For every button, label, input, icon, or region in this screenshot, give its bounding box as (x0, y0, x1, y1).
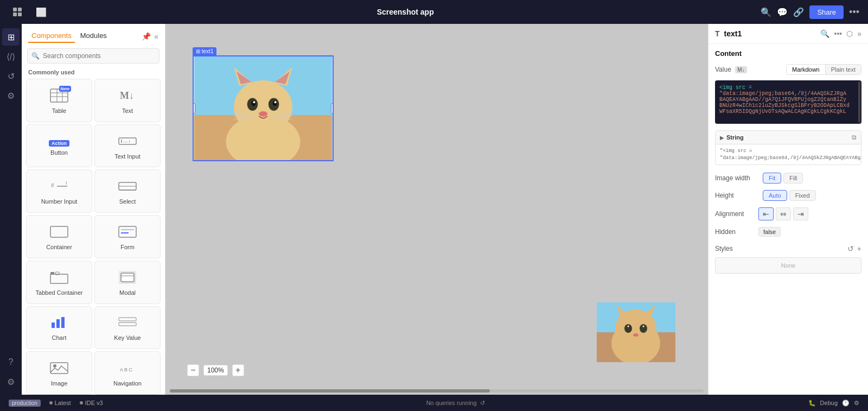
navigation-label: Navigation (113, 380, 142, 387)
zoom-out-button[interactable]: − (187, 364, 199, 376)
component-container[interactable]: Container (26, 215, 92, 258)
grid-menu-icon[interactable] (9, 3, 26, 21)
svg-point-63 (628, 326, 629, 327)
prop-search-icon[interactable]: 🔍 (820, 29, 829, 38)
tab-modules[interactable]: Modules (77, 29, 110, 43)
svg-rect-25 (52, 323, 55, 328)
share-button[interactable]: Share (809, 5, 844, 19)
string-header: ▶ String ⧉ (716, 131, 861, 144)
number-input-icon: # I (49, 179, 69, 196)
settings-small-icon[interactable]: ⚙ (854, 400, 859, 407)
styles-add-icon[interactable]: + (857, 244, 861, 253)
text-component-icon: T (715, 29, 720, 38)
styles-actions: ↺ + (847, 244, 861, 253)
status-text: No queries running (426, 400, 477, 406)
pin-icon[interactable]: 📌 (142, 32, 151, 41)
search-icon[interactable]: 🔍 (761, 7, 771, 17)
value-row: Value M↓ Markdown Plain text (709, 61, 868, 78)
component-navigation[interactable]: A B C Navigation (94, 351, 161, 395)
zoom-in-button[interactable]: + (232, 364, 244, 376)
debug-button[interactable]: 🐛 (808, 400, 816, 407)
canvas-area[interactable]: ⊞ text1 (165, 24, 708, 395)
app-title: Screenshot app (377, 8, 434, 16)
fixed-option[interactable]: Fixed (789, 190, 816, 201)
value-label: Value M↓ (715, 66, 747, 73)
align-left-btn[interactable]: ⇤ (758, 207, 774, 220)
component-number-input[interactable]: # I Number Input (26, 169, 92, 213)
sidebar-code-icon[interactable]: ⟨/⟩ (2, 48, 20, 65)
sidebar-help-icon[interactable]: ? (2, 353, 20, 371)
svg-rect-21 (50, 274, 68, 283)
styles-none: None (715, 257, 861, 274)
tab-markdown[interactable]: Markdown (787, 65, 826, 74)
component-key-value[interactable]: Key Value (94, 306, 161, 350)
alignment-row: Alignment ⇤ ⇔ ⇥ (709, 204, 868, 224)
resize-handle-left[interactable] (193, 103, 195, 114)
tab-plain-text[interactable]: Plain text (826, 65, 861, 74)
sidebar-components-icon[interactable]: ⊞ (2, 28, 20, 46)
prop-close-icon[interactable]: » (857, 29, 861, 38)
svg-point-60 (624, 324, 632, 333)
cat-image-small (597, 302, 675, 362)
align-right-btn[interactable]: ⇥ (793, 207, 808, 220)
svg-rect-15 (50, 226, 68, 237)
number-input-label: Number Input (41, 198, 78, 205)
auto-option[interactable]: Auto (763, 190, 787, 201)
svg-rect-30 (50, 363, 68, 374)
component-modal[interactable]: Modal (94, 261, 161, 304)
code-editor[interactable]: <img src = "data:image/jpeg;base64,/9j/4… (715, 80, 861, 124)
component-chart[interactable]: Chart (26, 306, 92, 350)
prop-expand-icon[interactable]: ⬡ (846, 29, 853, 38)
clock-icon[interactable]: 🕐 (842, 400, 850, 407)
svg-rect-28 (119, 318, 136, 321)
window-icon[interactable]: ⬜ (33, 3, 50, 21)
ide-dot (80, 401, 83, 404)
component-text-input[interactable]: — I Text Input (94, 124, 161, 168)
fit-option[interactable]: Fit (763, 173, 781, 184)
copy-icon[interactable]: ⧉ (852, 134, 857, 141)
align-center-btn[interactable]: ⇔ (776, 207, 791, 220)
component-form[interactable]: Form (94, 215, 161, 258)
search-box: 🔍 (27, 48, 159, 64)
fill-option[interactable]: Fill (783, 173, 803, 184)
tab-components[interactable]: Components (28, 29, 75, 43)
text1-box[interactable] (193, 55, 334, 161)
ide-tag: IDE v3 (80, 400, 103, 406)
string-actions: ⧉ (852, 134, 857, 141)
image-width-row: Image width Fit Fill (709, 169, 868, 187)
component-text[interactable]: M↓ Text (94, 79, 161, 122)
select-icon (118, 179, 137, 196)
env-badge: production (9, 400, 41, 407)
debug-label[interactable]: Debug (820, 400, 838, 406)
components-panel: Components Modules 📌 « 🔍 Commonly used (22, 24, 165, 395)
component-table[interactable]: New Table (26, 79, 92, 122)
resize-handle-right[interactable] (331, 103, 334, 114)
component-tabbed-container[interactable]: Tabbed Container (26, 261, 92, 304)
height-row: Height Auto Fixed (709, 187, 868, 204)
canvas-scrollbar-thumb (170, 389, 490, 393)
chart-icon (49, 315, 69, 332)
modal-label: Modal (119, 289, 136, 296)
refresh-icon[interactable]: ↺ (480, 400, 485, 407)
svg-rect-29 (119, 323, 136, 326)
search-input[interactable] (27, 48, 159, 64)
table-label: Table (52, 108, 66, 114)
link-icon[interactable]: 🔗 (793, 7, 804, 17)
sidebar-history-icon[interactable]: ↺ (2, 67, 20, 85)
canvas-scrollbar[interactable] (170, 389, 704, 393)
svg-point-47 (259, 111, 267, 117)
code-editor-scrollbar[interactable] (858, 81, 860, 123)
comment-icon[interactable]: 💬 (777, 7, 788, 17)
component-button[interactable]: Action Button (26, 124, 92, 168)
prop-more-icon[interactable]: ••• (834, 29, 842, 38)
styles-refresh-icon[interactable]: ↺ (847, 244, 854, 253)
prop-panel-header: T text1 🔍 ••• ⬡ » (709, 24, 868, 44)
component-select[interactable]: Select (94, 169, 161, 213)
text-label: Text (122, 108, 133, 114)
more-options-icon[interactable]: ••• (849, 7, 859, 18)
sidebar-extra-icon[interactable]: ⚙ (2, 373, 20, 390)
collapse-icon[interactable]: « (154, 32, 158, 41)
sidebar-settings-icon[interactable]: ⚙ (2, 87, 20, 104)
container-icon (49, 224, 69, 242)
component-image[interactable]: Image (26, 351, 92, 395)
